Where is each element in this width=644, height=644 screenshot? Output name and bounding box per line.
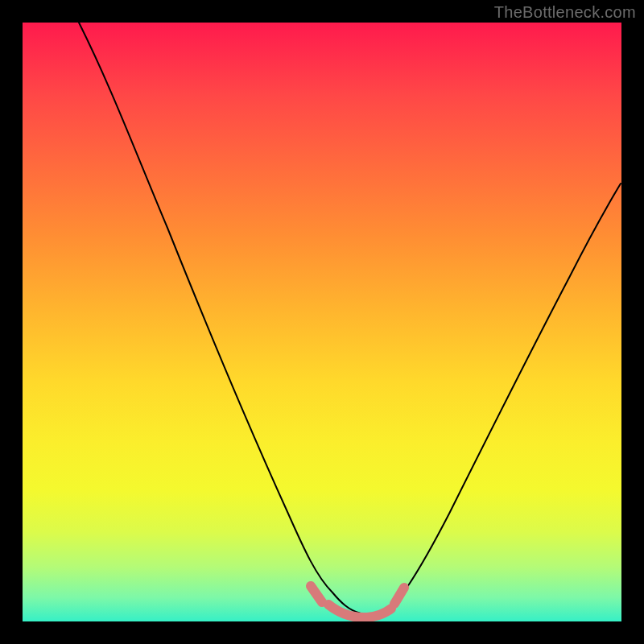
optimal-range-marker xyxy=(311,586,404,617)
curve-layer xyxy=(23,23,621,621)
bottleneck-curve xyxy=(79,23,621,614)
plot-area xyxy=(23,23,621,621)
watermark-text: TheBottleneck.com xyxy=(494,3,636,22)
chart-frame: TheBottleneck.com xyxy=(0,0,644,644)
